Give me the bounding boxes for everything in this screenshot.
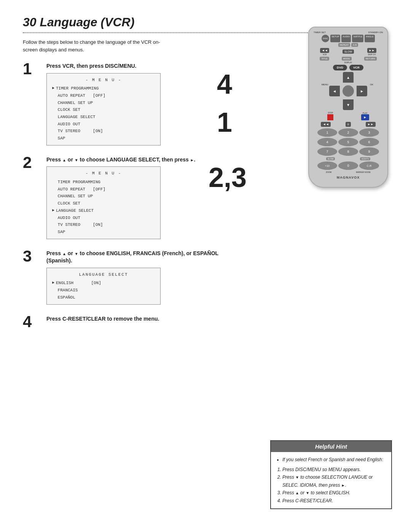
vcr-tv-button[interactable]: VCR/TV <box>360 157 370 160</box>
step-1-menu: - M E N U - ►TIMER PROGRAMMING AUTO REPE… <box>46 73 161 145</box>
menu-item-2-8: SAP <box>52 228 155 236</box>
slow-area: SLOW <box>342 50 354 54</box>
remote-dvd-vcr-row: DVD VCR <box>314 65 383 70</box>
num-1-button[interactable]: 1 <box>317 128 337 137</box>
subtitle-button[interactable]: SUBTITLE <box>352 35 363 42</box>
remote-numpad: 1 2 3 4 5 6 7 8 9 <box>317 128 379 156</box>
intro-text: Follow the steps below to change the lan… <box>23 38 167 53</box>
menu-item-2-3: CHANNEL SET UP <box>52 193 155 200</box>
step-1-menu-title: - M E N U - <box>52 77 155 84</box>
menu-item-1-7: TV STEREO [ON] <box>52 128 155 135</box>
title-button[interactable]: TITLE <box>320 57 329 61</box>
plus10-button[interactable]: +10 <box>317 161 337 170</box>
dpad-center <box>342 85 354 97</box>
num-8-button[interactable]: 8 <box>338 147 358 156</box>
dotted-separator <box>23 32 350 33</box>
large-step-1: 1 <box>217 109 232 136</box>
large-step-4: 4 <box>217 70 232 98</box>
menu-item-2-4: CLOCK SET <box>52 200 155 207</box>
num-5-button[interactable]: 5 <box>338 138 358 146</box>
step-2-menu: - M E N U - TIMER PROGRAMMING AUTO REPEA… <box>46 166 161 239</box>
repeat-button[interactable]: REPEAT <box>338 43 350 47</box>
pause-button[interactable]: II <box>346 122 351 127</box>
page-title: 30 Language (VCR) <box>23 15 244 29</box>
dvd-button[interactable]: DVD <box>333 65 347 70</box>
menu-item-2-6: AUDIO OUT <box>52 214 155 222</box>
angle-button[interactable]: ANGLE <box>365 35 374 42</box>
helpful-hint-title: Helpful Hint <box>271 441 391 452</box>
menu-item-2-2: AUTO REPEAT [OFF] <box>52 186 155 193</box>
mode-button[interactable]: MODE <box>342 57 352 61</box>
step-4-instruction: Press C-RESET/CLEAR to remove the menu. <box>46 315 244 323</box>
helpful-hint-bullet-list: If you select French or Spanish and need… <box>276 456 386 463</box>
remote-row-2: ◄◄ VCR SLOW ►► SKIP CH <box>314 48 383 56</box>
menu-item-1-3: CHANNEL SET UP <box>52 99 155 107</box>
play-button[interactable]: ► <box>361 114 369 120</box>
step-number-2: 2 <box>23 155 41 171</box>
rew-button[interactable]: ◄◄ <box>321 122 331 127</box>
helpful-hint-box: Helpful Hint If you select French or Spa… <box>270 440 392 509</box>
c-reset-button[interactable]: C-R <box>359 161 379 170</box>
num-0-button[interactable]: 0 <box>338 161 358 170</box>
step-3-instruction: Press ▲ or ▼ to choose ENGLISH, FRANCAIS… <box>46 250 244 265</box>
play-area: PLAY ► <box>361 112 369 120</box>
skip-ch-label: SKIP CH <box>367 53 376 56</box>
ab-button[interactable]: A-B <box>351 43 358 47</box>
dpad-left-button[interactable]: ◄ <box>329 86 340 96</box>
step-number-3: 3 <box>23 248 41 264</box>
ok-label: OK <box>370 83 373 86</box>
step-1-content: Press VCR, then press DISC/MENU. - M E N… <box>46 62 244 145</box>
skip-next-button[interactable]: ►► <box>367 48 376 53</box>
stop-button[interactable] <box>327 114 333 120</box>
num-3-button[interactable]: 3 <box>359 128 379 137</box>
menu-item-3-3: ESPAÑOL <box>52 294 155 301</box>
remote-bottom-labels: ZOOM MARKER NOISE <box>314 171 383 173</box>
menu-item-1-1: ►TIMER PROGRAMMING <box>52 85 155 92</box>
helpful-hint-step-1: Press DISC/MENU so MENU appears. <box>282 466 386 473</box>
dpad-right-button[interactable]: ► <box>357 86 367 96</box>
setup-button[interactable]: SETUP <box>330 35 340 42</box>
stop-label: STOP <box>327 112 333 114</box>
standby-on-label: STANDBY·ON <box>368 31 383 34</box>
step-3-menu: LANGUAGE SELECT ►ENGLISH [ON] FRANCAIS E… <box>46 268 161 305</box>
vcr-button[interactable]: VCR <box>349 65 363 70</box>
step-2-menu-title: - M E N U - <box>52 170 155 177</box>
menu-item-3-2: FRANCAIS <box>52 287 155 294</box>
slow-bottom-button[interactable]: SLOW <box>326 157 335 160</box>
remote-control: TIMER SET STANDBY·ON DISC SETUP AUDIO SU… <box>308 27 388 188</box>
remote-top-labels: TIMER SET STANDBY·ON <box>314 31 383 34</box>
stop-area: STOP <box>327 112 333 121</box>
skip-next-area: ►► SKIP CH <box>367 48 376 56</box>
marker-label: MARKER NOISE <box>356 171 370 173</box>
audio-button[interactable]: AUDIO <box>341 35 351 42</box>
skip-prev-area: ◄◄ VCR <box>320 48 329 56</box>
remote-bottom-numpad: +10 0 C-R <box>317 161 379 170</box>
remote-stop-play-row: STOP PLAY ► <box>314 112 383 121</box>
num-4-button[interactable]: 4 <box>317 138 337 146</box>
num-6-button[interactable]: 6 <box>359 138 379 146</box>
menu-item-2-5: ►LANGUAGE SELECT <box>52 207 155 214</box>
skip-prev-button[interactable]: ◄◄ <box>320 48 329 53</box>
disc-button[interactable]: DISC <box>322 35 329 42</box>
step-3-content: Press ▲ or ▼ to choose ENGLISH, FRANCAIS… <box>46 250 244 305</box>
return-button[interactable]: RETURN <box>364 57 377 61</box>
helpful-hint-bullet: If you select French or Spanish and need… <box>282 456 386 463</box>
menu-item-3-1: ►ENGLISH [ON] <box>52 280 155 287</box>
slow-button[interactable]: SLOW <box>342 50 354 54</box>
num-2-button[interactable]: 2 <box>338 128 358 137</box>
step-3-menu-title: LANGUAGE SELECT <box>52 271 155 278</box>
helpful-hint-step-3: Press ▲ or ▼ to select ENGLISH. <box>282 489 386 497</box>
ff-button[interactable]: ►► <box>366 122 376 127</box>
helpful-hint-step-2: Press ▼ to choose SELECTION LANGUE or SE… <box>282 473 386 489</box>
zoom-label: ZOOM <box>326 171 331 173</box>
helpful-hint-step-4: Press C-RESET/CLEAR. <box>282 497 386 505</box>
remote-row-1: DISC SETUP AUDIO SUBTITLE ANGLE <box>314 35 383 42</box>
menu-item-1-2: AUTO REPEAT [OFF] <box>52 92 155 99</box>
menu-label: MENU <box>322 83 328 86</box>
remote-dpad: MENU OK ▲ ▼ ◄ ► <box>329 72 367 110</box>
step-4: 4 Press C-RESET/CLEAR to remove the menu… <box>23 315 244 330</box>
dpad-down-button[interactable]: ▼ <box>343 99 354 110</box>
dpad-up-button[interactable]: ▲ <box>343 72 354 83</box>
num-9-button[interactable]: 9 <box>359 147 379 156</box>
num-7-button[interactable]: 7 <box>317 147 337 156</box>
